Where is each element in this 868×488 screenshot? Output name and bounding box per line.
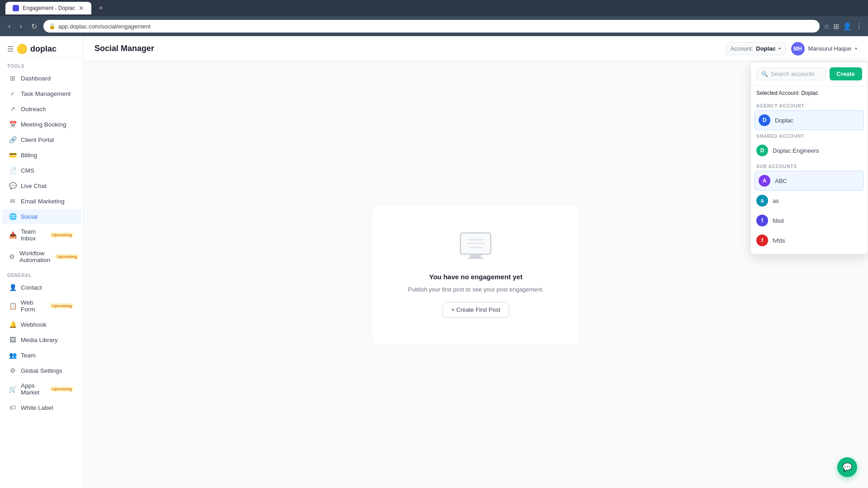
account-dropdown: 🔍 Create Selected Account: Doplac AGENCY…: [750, 61, 868, 254]
account-selector[interactable]: Account: Doplac ▾: [726, 42, 786, 55]
account-item-doplac-engineers[interactable]: D Doplac Engineers: [751, 141, 868, 160]
sidebar-item-web-form[interactable]: 📋 Web Form Upcoming: [2, 296, 81, 316]
general-section-label: GENERAL: [0, 267, 83, 280]
apps-icon: 🛒: [9, 385, 16, 393]
shared-account-label: SHARED ACCOUNT: [751, 130, 868, 141]
media-icon: 🖼: [9, 336, 16, 343]
sidebar-item-global-settings[interactable]: ⚙ Global Settings: [2, 363, 81, 378]
tab-title: Engagement - Doplac: [23, 5, 75, 11]
avatar: MH: [791, 42, 805, 56]
sidebar-item-webhook[interactable]: 🔔 Webhook: [2, 317, 81, 332]
search-icon: 🔍: [761, 71, 768, 77]
sidebar-item-workflow-automation[interactable]: ⚙ Workflow Automation Upcoming: [2, 246, 81, 267]
logo-icon: 🟡: [16, 43, 28, 54]
empty-state: You have no engagement yet Publish your …: [372, 205, 580, 345]
main-header: Social Manager Account: Doplac ▾ MH Mans…: [84, 36, 868, 61]
sidebar: ☰ 🟡 doplac TOOLS ⊞ Dashboard ✓ Task Mana…: [0, 36, 84, 488]
sidebar-item-billing[interactable]: 💳 Billing: [2, 148, 81, 162]
apps-badge: Upcoming: [50, 386, 74, 392]
user-chevron-icon: ▾: [855, 46, 857, 51]
empty-state-title: You have no engagement yet: [429, 273, 522, 281]
abc-avatar: A: [759, 175, 770, 187]
tab-close-button[interactable]: ✕: [79, 5, 84, 12]
white-label-icon: 🏷: [9, 404, 16, 411]
sidebar-item-email-marketing[interactable]: ✉ Email Marketing: [2, 194, 81, 208]
as-avatar: a: [756, 195, 768, 206]
workflow-icon: ⚙: [9, 253, 15, 260]
extension-icon[interactable]: ⊞: [833, 22, 839, 31]
workflow-badge: Upcoming: [55, 254, 79, 259]
sidebar-item-meeting-booking[interactable]: 📅 Meeting Booking: [2, 117, 81, 131]
chat-fab-icon: 💬: [842, 462, 852, 472]
portal-icon: 🔗: [9, 136, 16, 143]
search-input-wrap: 🔍: [756, 67, 826, 80]
new-tab-button[interactable]: +: [95, 2, 107, 15]
team-inbox-badge: Upcoming: [50, 232, 74, 238]
url-text: app.doplac.com/social/engagement: [58, 23, 151, 30]
address-bar-row: ‹ › ↻ 🔒 app.doplac.com/social/engagement…: [0, 16, 868, 36]
agency-account-label: AGENCY ACCOUNT: [751, 100, 868, 110]
sidebar-item-client-portal[interactable]: 🔗 Client Portal: [2, 132, 81, 147]
outreach-icon: ↗: [9, 105, 16, 113]
calendar-icon: 📅: [9, 121, 16, 128]
sidebar-header: ☰ 🟡 doplac: [0, 36, 83, 58]
empty-state-subtitle: Publish your first post to see your post…: [408, 286, 544, 293]
menu-icon[interactable]: ⋮: [855, 22, 863, 31]
user-name: Mansurul Haque: [808, 45, 851, 52]
account-icon[interactable]: 👤: [843, 22, 852, 31]
sidebar-item-media-library[interactable]: 🖼 Media Library: [2, 333, 81, 347]
webhook-icon: 🔔: [9, 321, 16, 328]
header-right: Account: Doplac ▾ MH Mansurul Haque ▾: [726, 42, 857, 56]
sidebar-item-task-management[interactable]: ✓ Task Management: [2, 86, 81, 101]
empty-illustration: [458, 232, 494, 264]
create-button[interactable]: Create: [830, 67, 862, 80]
account-item-doplac[interactable]: D Doplac: [755, 110, 864, 130]
tab-favicon: [13, 5, 19, 11]
hamburger-icon[interactable]: ☰: [7, 45, 14, 53]
page-title: Social Manager: [94, 44, 154, 53]
bookmark-icon[interactable]: ☆: [823, 22, 830, 31]
chat-icon: 💬: [9, 182, 16, 189]
webform-badge: Upcoming: [50, 303, 74, 309]
forward-button[interactable]: ›: [17, 20, 24, 32]
chat-fab-button[interactable]: 💬: [837, 457, 857, 477]
main-area: Social Manager Account: Doplac ▾ MH Mans…: [84, 36, 868, 488]
sidebar-item-team-inbox[interactable]: 📥 Team Inbox Upcoming: [2, 225, 81, 245]
sidebar-item-live-chat[interactable]: 💬 Live Chat: [2, 178, 81, 193]
sidebar-item-contact[interactable]: 👤 Contact: [2, 280, 81, 295]
inbox-icon: 📥: [9, 231, 16, 239]
avatar-initials: MH: [793, 46, 802, 52]
fvfds-avatar: f: [756, 235, 768, 246]
sidebar-item-apps-market[interactable]: 🛒 Apps Market Upcoming: [2, 379, 81, 399]
search-accounts-input[interactable]: [771, 70, 821, 77]
contact-icon: 👤: [9, 284, 16, 291]
fdsd-avatar: f: [756, 215, 768, 226]
task-icon: ✓: [9, 90, 16, 97]
account-item-fdsd[interactable]: f fdsd: [751, 211, 868, 230]
tools-section-label: TOOLS: [0, 58, 83, 70]
create-first-post-button[interactable]: + Create First Post: [443, 302, 509, 318]
back-button[interactable]: ‹: [5, 20, 13, 32]
team-icon: 👥: [9, 352, 16, 359]
doplac-avatar: D: [759, 114, 770, 126]
reload-button[interactable]: ↻: [28, 20, 40, 33]
app-container: ☰ 🟡 doplac TOOLS ⊞ Dashboard ✓ Task Mana…: [0, 36, 868, 488]
account-item-fvfds[interactable]: f fvfds: [751, 230, 868, 250]
user-info[interactable]: MH Mansurul Haque ▾: [791, 42, 857, 56]
logo-text: doplac: [30, 44, 57, 54]
browser-tab[interactable]: Engagement - Doplac ✕: [5, 2, 91, 14]
lock-icon: 🔒: [49, 23, 56, 29]
browser-actions: ☆ ⊞ 👤 ⋮: [823, 22, 863, 31]
account-item-as[interactable]: a as: [751, 191, 868, 211]
account-item-abc[interactable]: A ABC: [755, 171, 864, 191]
address-bar[interactable]: 🔒 app.doplac.com/social/engagement: [43, 20, 820, 33]
sidebar-item-cms[interactable]: 📄 CMS: [2, 163, 81, 178]
sidebar-item-team[interactable]: 👥 Team: [2, 348, 81, 362]
sidebar-item-social[interactable]: 🌐 Social: [2, 209, 81, 224]
sidebar-item-white-label[interactable]: 🏷 White Label: [2, 400, 81, 415]
sidebar-item-dashboard[interactable]: ⊞ Dashboard: [2, 71, 81, 85]
dropdown-selected-info: Selected Account: Doplac: [751, 86, 868, 100]
account-chevron-icon: ▾: [778, 46, 781, 51]
sidebar-item-outreach[interactable]: ↗ Outreach: [2, 102, 81, 116]
account-name: Doplac: [756, 45, 775, 52]
